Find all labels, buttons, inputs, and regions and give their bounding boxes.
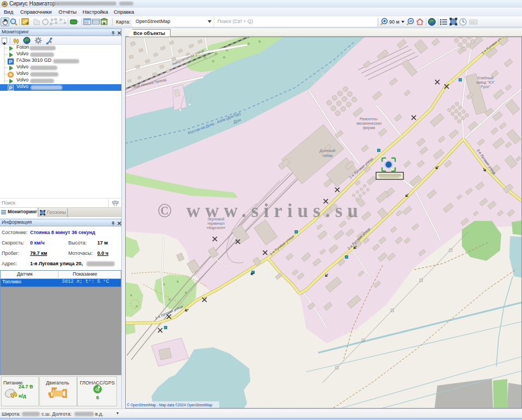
svg-text:терминал: терминал	[207, 221, 224, 226]
svg-text:механическая: механическая	[356, 121, 382, 125]
svg-text:фирма: фирма	[363, 126, 375, 130]
svg-text:табак: табак	[322, 153, 333, 158]
svg-text:Ремонтно-: Ремонтно-	[360, 117, 379, 121]
svg-text:«Каргилл»: «Каргилл»	[207, 226, 225, 230]
svg-text:P: P	[9, 85, 12, 91]
svg-text:Хлебный: Хлебный	[477, 76, 493, 80]
svg-text:P: P	[9, 59, 12, 65]
svg-text:© www.sirius.su: © www.sirius.su	[157, 200, 363, 221]
svg-text:© OpenStreetMap - Map data ©20: © OpenStreetMap - Map data ©2024 OpenStr…	[127, 403, 213, 407]
svg-text:Донской: Донской	[320, 148, 336, 153]
svg-text:Руси": Руси"	[480, 85, 491, 89]
svg-text:завод "ЮГ: завод "ЮГ	[476, 80, 495, 85]
